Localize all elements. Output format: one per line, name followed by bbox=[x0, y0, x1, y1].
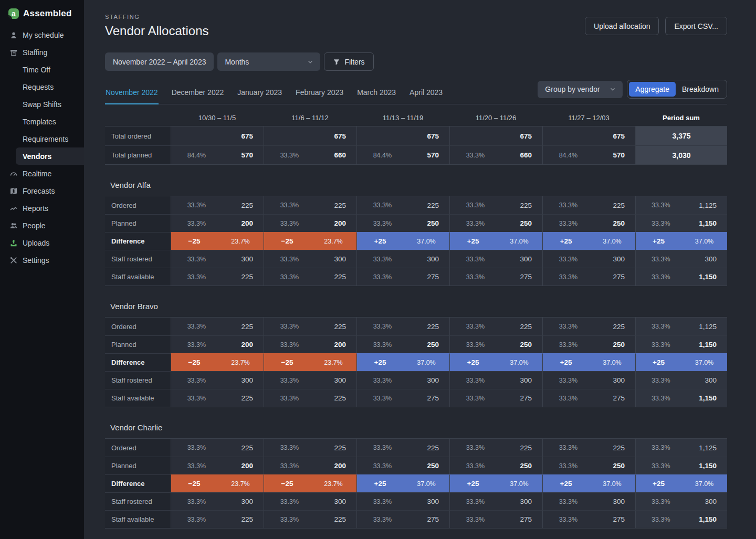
difference-cell: +2537.0% bbox=[356, 232, 449, 250]
sidebar-item-label: Requirements bbox=[23, 135, 68, 143]
table-row-staff-available: Staff available33.3%22533.3%22533.3%2753… bbox=[105, 510, 727, 528]
cell-percent: 33.3% bbox=[543, 377, 594, 384]
difference-percent: 37.0% bbox=[589, 480, 635, 488]
app-logo[interactable]: a Assembled bbox=[0, 7, 84, 26]
cell-percent: 33.3% bbox=[264, 323, 315, 330]
week-value-cell: 33.3%275 bbox=[449, 268, 542, 286]
sidebar-item-requests[interactable]: Requests bbox=[0, 78, 84, 96]
sidebar-item-realtime[interactable]: Realtime bbox=[0, 165, 84, 182]
cell-value: 675 bbox=[408, 132, 449, 140]
group-by-select[interactable]: Group by vendor bbox=[538, 81, 623, 98]
cell-percent: 33.3% bbox=[264, 152, 315, 159]
difference-value: −25 bbox=[171, 480, 217, 488]
week-value-cell: 33.3%660 bbox=[449, 145, 542, 164]
row-label: Ordered bbox=[105, 196, 171, 214]
cell-percent: 33.3% bbox=[450, 395, 501, 402]
cell-value: 300 bbox=[594, 498, 635, 505]
period-sum-cell: 33.3%1,150 bbox=[635, 457, 727, 474]
cell-percent: 33.3% bbox=[450, 256, 501, 263]
cell-value: 300 bbox=[501, 255, 542, 263]
tab-april-2023[interactable]: April 2023 bbox=[409, 83, 443, 104]
week-value-cell: 675 bbox=[542, 126, 635, 145]
sidebar-item-templates[interactable]: Templates bbox=[0, 113, 84, 130]
upload-allocation-button[interactable]: Upload allocation bbox=[585, 17, 659, 35]
period-sum-cell: 3,375 bbox=[635, 126, 727, 145]
cell-value: 275 bbox=[408, 394, 449, 402]
tab-january-2023[interactable]: January 2023 bbox=[237, 83, 282, 104]
sidebar-item-staffing[interactable]: Staffing bbox=[0, 44, 84, 61]
sidebar-item-my-schedule[interactable]: My schedule bbox=[0, 26, 84, 44]
totals-block: Total ordered6756756756756753,375Total p… bbox=[105, 126, 727, 165]
group-by-select-value: Group by vendor bbox=[545, 85, 600, 93]
cell-value: 1,125 bbox=[686, 323, 727, 331]
cell-value: 250 bbox=[408, 219, 449, 227]
sidebar-item-swap-shifts[interactable]: Swap Shifts bbox=[0, 96, 84, 113]
breakdown-toggle-button[interactable]: Breakdown bbox=[676, 82, 725, 97]
cell-percent: 84.4% bbox=[171, 152, 222, 159]
table-row-difference: Difference−2523.7%−2523.7%+2537.0%+2537.… bbox=[105, 474, 727, 492]
tab-march-2023[interactable]: March 2023 bbox=[356, 83, 396, 104]
week-value-cell: 33.3%300 bbox=[449, 250, 542, 268]
week-value-cell: 33.3%275 bbox=[356, 268, 449, 286]
difference-cell: +2537.0% bbox=[542, 232, 635, 250]
date-range-input[interactable]: November 2022 – April 2023 bbox=[105, 52, 214, 71]
week-value-cell: 33.3%200 bbox=[171, 335, 264, 353]
chevron-down-icon bbox=[609, 86, 616, 93]
difference-percent: 37.0% bbox=[403, 238, 449, 245]
week-value-cell: 33.3%200 bbox=[264, 214, 356, 232]
cell-value: 300 bbox=[315, 376, 356, 384]
header-actions: Upload allocation Export CSV... bbox=[585, 17, 727, 35]
period-sum-cell: 33.3%1,150 bbox=[635, 268, 727, 286]
person-icon bbox=[9, 31, 18, 39]
cell-value: 300 bbox=[408, 498, 449, 505]
sidebar-item-uploads[interactable]: Uploads bbox=[0, 234, 84, 251]
row-label: Total ordered bbox=[105, 126, 171, 145]
cell-percent: 33.3% bbox=[543, 395, 594, 402]
cell-value: 225 bbox=[408, 202, 449, 209]
filters-button[interactable]: Filters bbox=[324, 52, 373, 71]
sidebar-item-label: Templates bbox=[23, 118, 56, 126]
tab-february-2023[interactable]: February 2023 bbox=[295, 83, 344, 104]
granularity-select[interactable]: Months bbox=[217, 52, 320, 71]
cell-percent: 33.3% bbox=[543, 462, 594, 470]
export-csv-button[interactable]: Export CSV... bbox=[665, 17, 727, 35]
cell-percent: 33.3% bbox=[357, 377, 408, 384]
sidebar-item-people[interactable]: People bbox=[0, 217, 84, 234]
tools-icon bbox=[9, 256, 18, 265]
sidebar-item-vendors[interactable]: Vendors bbox=[16, 147, 84, 165]
difference-period-sum-cell: +2537.0% bbox=[635, 474, 727, 492]
week-value-cell: 675 bbox=[449, 126, 542, 145]
cell-value: 300 bbox=[501, 376, 542, 384]
cell-percent: 33.3% bbox=[543, 323, 594, 330]
granularity-select-value: Months bbox=[225, 58, 249, 66]
vendor-section-title: Vendor Alfa bbox=[105, 165, 727, 196]
sidebar-item-time-off[interactable]: Time Off bbox=[0, 61, 84, 78]
sidebar-item-label: Vendors bbox=[23, 152, 51, 161]
week-value-cell: 33.3%275 bbox=[542, 510, 635, 528]
week-value-cell: 33.3%225 bbox=[264, 318, 356, 335]
aggregate-toggle-button[interactable]: Aggregate bbox=[629, 82, 676, 97]
page-header: STAFFING Vendor Allocations Upload alloc… bbox=[105, 14, 727, 38]
cell-value: 225 bbox=[222, 323, 264, 331]
difference-percent: 37.0% bbox=[681, 238, 727, 245]
week-value-cell: 33.3%250 bbox=[449, 457, 542, 474]
sidebar-item-requirements[interactable]: Requirements bbox=[0, 130, 84, 147]
difference-cell: +2537.0% bbox=[449, 474, 542, 492]
sidebar-item-forecasts[interactable]: Forecasts bbox=[0, 182, 84, 199]
cell-percent: 33.3% bbox=[543, 220, 594, 227]
sidebar-item-reports[interactable]: Reports bbox=[0, 199, 84, 217]
difference-percent: 23.7% bbox=[310, 238, 356, 245]
cell-value: 300 bbox=[594, 376, 635, 384]
tab-december-2022[interactable]: December 2022 bbox=[171, 83, 225, 104]
cell-value: 275 bbox=[594, 394, 635, 402]
sidebar-item-settings[interactable]: Settings bbox=[0, 251, 84, 269]
tab-november-2022[interactable]: November 2022 bbox=[105, 83, 159, 104]
cell-value: 300 bbox=[315, 498, 356, 505]
page-title: Vendor Allocations bbox=[105, 24, 208, 38]
week-value-cell: 33.3%275 bbox=[356, 510, 449, 528]
week-value-cell: 33.3%225 bbox=[171, 268, 264, 286]
cell-value: 250 bbox=[594, 341, 635, 348]
cell-value: 300 bbox=[686, 255, 727, 263]
page-title-block: STAFFING Vendor Allocations bbox=[105, 14, 208, 38]
month-tabs-bar: November 2022December 2022January 2023Fe… bbox=[105, 80, 727, 104]
